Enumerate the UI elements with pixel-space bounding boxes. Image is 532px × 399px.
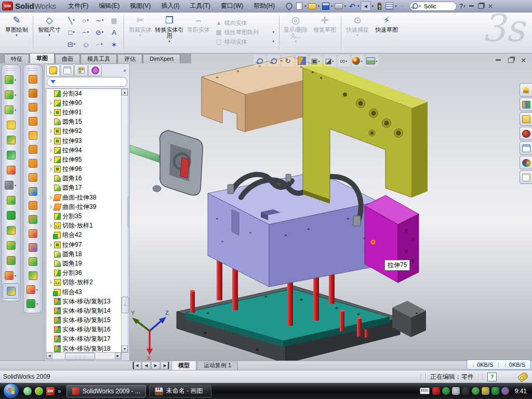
scroll-left-icon[interactable]: ◀ [46,353,52,359]
dropdown-arrow-icon[interactable]: ▾ [87,18,89,22]
features-button-7[interactable] [2,163,20,178]
surfaces-button-10[interactable] [23,198,42,212]
tree-item-拉伸91[interactable]: 拉伸91 [46,108,121,117]
taskpane-tab-home[interactable] [520,83,532,97]
tree-item-拉伸94[interactable]: 拉伸94 [46,145,121,155]
tray-icon-8[interactable] [501,387,509,395]
cmd-repair-sketch[interactable]: ✛修复草图 [310,14,339,51]
dropdown-arrow-icon[interactable]: ▾ [74,42,76,46]
tree-item-组合43[interactable]: 组合43 [46,287,121,297]
features-button-4[interactable] [2,117,20,132]
network-monitor-widget[interactable]: ↓0KB/S ↑0KB/S [467,360,531,370]
tree-item-圆角15[interactable]: 圆角15 [46,117,121,127]
menu-item-4[interactable]: 插入(I) [156,1,184,11]
minimize-button[interactable] [469,5,474,7]
tree-item-实体-移动/复制17[interactable]: 实体-移动/复制17 [46,335,121,344]
features-button-11[interactable] [2,223,20,238]
dropdown-arrow-icon[interactable]: ▾ [36,288,38,291]
tray-icon-4[interactable] [462,387,470,395]
featuremanager-tab[interactable] [46,64,60,76]
dropdown-arrow-icon[interactable]: ▾ [318,59,320,63]
dropdown-arrow-icon[interactable]: ▾ [15,183,16,187]
cmd-smart-dimension[interactable]: ◇智能尺寸▾ [35,14,64,51]
hide-show-items-icon[interactable]: ∞▾ [338,55,350,66]
expander-icon[interactable] [48,139,52,142]
menu-item-5[interactable]: 工具(T) [185,1,215,11]
panel-expand-icon[interactable]: » [123,68,128,73]
dropdown-arrow-icon[interactable]: ▾ [272,39,274,44]
propertymanager-tab[interactable] [60,64,74,76]
quick-launch-overflow-icon[interactable]: » [58,388,61,395]
surfaces-button-17[interactable]: ▾ [23,297,42,311]
doc-restore-button[interactable] [508,58,514,63]
tree-item-分割36[interactable]: 分割36 [46,269,121,278]
sketch-sketch-fillet-icon[interactable]: ⌐▾ [93,38,107,50]
tree-item-切除-放样1[interactable]: 切除-放样1 [46,221,121,231]
tag-icon[interactable] [517,371,529,382]
dropdown-arrow-icon[interactable]: ▾ [139,33,141,37]
expander-icon[interactable] [48,205,52,209]
menu-item-7[interactable]: 帮助(H) [249,1,280,11]
tree-item-实体-移动/复制15[interactable]: 实体-移动/复制15 [46,316,121,325]
surfaces-button-6[interactable] [23,142,42,156]
surfaces-button-15[interactable] [23,269,42,283]
menu-item-2[interactable]: 编辑(E) [94,1,124,11]
tray-icon-5[interactable] [472,387,480,395]
scene-icon[interactable]: ▾ [366,55,379,66]
features-button-3[interactable]: ▾ [2,102,20,117]
sketch-slot-icon[interactable]: ⊟▾ [65,38,79,50]
dropdown-arrow-icon[interactable]: ▾ [356,33,358,37]
surfaces-button-7[interactable] [23,156,42,170]
next-tab-icon[interactable]: ▶ [151,362,160,369]
doc-minimize-button[interactable] [496,59,501,61]
taskpane-tab-view-palette[interactable] [520,141,532,155]
tab-6[interactable]: DimXpert [143,54,180,63]
tray-icon-7[interactable] [491,387,499,395]
dropdown-arrow-icon[interactable]: ▾ [36,302,38,305]
expander-icon[interactable] [48,196,52,200]
expander-icon[interactable] [48,111,52,114]
features-button-6[interactable] [2,148,20,163]
features-button-10[interactable] [2,208,20,223]
zoom-fit-icon[interactable] [254,55,266,66]
cmd-rapid-sketch[interactable]: ⚡快速草图 [372,14,401,51]
surfaces-button-3[interactable] [23,100,42,114]
tray-icon-2[interactable] [442,387,450,395]
taskpane-tab-resources[interactable] [520,127,532,140]
search-input[interactable] [423,3,452,10]
features-button-1[interactable]: ▾ [2,72,20,87]
surfaces-button-1[interactable] [23,72,42,86]
surfaces-button-2[interactable] [23,86,42,100]
tree-item-曲面-拉伸38[interactable]: 曲面-拉伸38 [46,193,121,202]
surfaces-button-4[interactable] [23,114,42,128]
features-button-13[interactable] [2,253,20,268]
features-button-2[interactable]: ▾ [2,87,20,102]
task-button-1[interactable]: SolidWorks 2009 - ... [66,385,146,397]
menu-item-1[interactable]: 文件(F) [63,1,93,11]
dropdown-arrow-icon[interactable]: ▾ [295,39,297,44]
dropdown-arrow-icon[interactable]: ▾ [87,30,89,34]
select-icon[interactable]: ► [361,1,371,11]
cmd-convert-entities[interactable]: ❐转换实体引用▾ [155,14,184,51]
menu-item-3[interactable]: 视图(V) [125,1,155,11]
expander-icon[interactable] [48,224,52,228]
sketch-circle-icon[interactable]: ○▾ [79,15,93,26]
dropdown-arrow-icon[interactable]: ▾ [376,59,377,63]
features-button-12[interactable] [2,238,20,253]
scroll-right-icon[interactable]: ▶ [115,353,121,359]
expander-icon[interactable] [48,129,52,133]
sketch-ellipse-icon[interactable]: ⊘▾ [93,26,107,38]
graphics-area[interactable]: Y Z X ↻▣▾◪▾∞▾▾▾ × 拉伸75 [130,54,532,361]
tree-item-实体-移动/复制13[interactable]: 实体-移动/复制13 [46,297,121,306]
expander-icon[interactable] [48,149,52,152]
tree-item-组合42[interactable]: 组合42 [46,231,121,240]
sketch-rectangle-icon[interactable]: □▾ [65,26,79,38]
scroll-thumb-h[interactable]: ⋮⋮⋮ [65,353,95,360]
surfaces-button-5[interactable] [23,128,42,142]
tab-1[interactable]: 特征 [4,54,29,63]
dropdown-arrow-icon[interactable]: ▾ [102,30,104,34]
surfaces-button-13[interactable] [23,241,42,255]
clock[interactable]: 9:41 [515,388,527,395]
sketch-text-icon[interactable]: A [107,26,121,38]
tree-item-拉伸93[interactable]: 拉伸93 [46,136,121,145]
